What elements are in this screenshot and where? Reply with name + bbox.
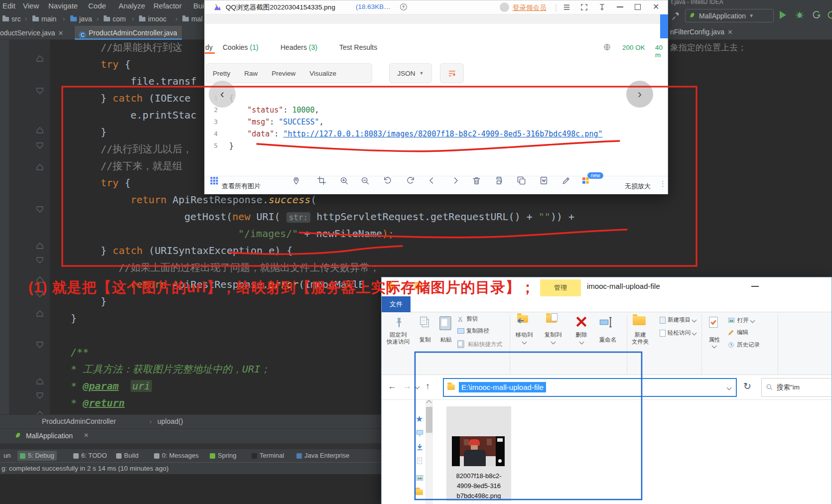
easy-access-button[interactable]: 轻松访问 <box>660 329 696 337</box>
crop-icon[interactable] <box>317 176 327 186</box>
trash-icon[interactable] <box>472 176 482 186</box>
status-code[interactable]: 200 OK <box>622 44 645 51</box>
run-tab-label[interactable]: MallApplication <box>26 432 73 440</box>
apps-grid-icon[interactable] <box>581 176 591 186</box>
view-all-grid-icon[interactable] <box>209 176 219 186</box>
format-select[interactable]: JSON▼ <box>389 63 432 83</box>
toolwindow-button-un[interactable]: un <box>1 451 13 461</box>
pin-to-quickaccess-icon[interactable] <box>393 316 406 331</box>
open-button[interactable]: 打开 <box>727 316 754 324</box>
file-name[interactable]: 82007f18-b8c2- 4909-8ed5-316 b7bdc498c.p… <box>446 471 511 501</box>
refresh-button[interactable]: ↻ <box>743 380 751 392</box>
up-button[interactable]: ↑ <box>425 381 430 391</box>
rotate-left-icon[interactable] <box>383 176 393 186</box>
rename-label[interactable]: 重命名 <box>594 336 622 344</box>
chevron-right-icon[interactable] <box>451 176 461 186</box>
search-box[interactable]: 搜索"im <box>761 378 832 397</box>
printer-icon[interactable] <box>494 176 504 186</box>
copy-to-label[interactable]: 复制到 <box>539 331 567 339</box>
properties-label[interactable]: 属性 <box>702 336 726 344</box>
minimize-button[interactable] <box>617 6 623 7</box>
pin-label[interactable]: 固定到 <box>383 331 414 339</box>
prev-image-button[interactable]: ‹ <box>209 81 236 108</box>
hamburger-menu-icon[interactable] <box>562 3 571 13</box>
ribbon-tab-0[interactable]: 文件 <box>382 296 411 312</box>
avatar[interactable] <box>500 2 509 12</box>
tab-headers[interactable]: Headers (3) <box>280 43 317 51</box>
move-to-label[interactable]: 移动到 <box>510 331 538 339</box>
breadcrumb-class[interactable]: ProductAdminController <box>42 417 116 425</box>
copy-icon[interactable] <box>517 176 527 186</box>
history-button[interactable]: 历史记录 <box>727 341 760 349</box>
paste-shortcut-button[interactable]: 粘贴快捷方式 <box>457 339 502 349</box>
chevron-left-icon[interactable] <box>427 176 437 186</box>
forward-button[interactable]: → <box>403 381 412 391</box>
cut-button[interactable]: 剪切 <box>457 315 478 323</box>
paste-label[interactable]: 粘贴 <box>433 336 458 344</box>
breadcrumb-method[interactable]: upload() <box>157 417 183 425</box>
edit-button[interactable]: 编辑 <box>727 329 748 336</box>
toolwindow-button-build[interactable]: Build <box>114 451 141 461</box>
close-button[interactable]: ✕ <box>653 2 659 11</box>
new-folder-label1[interactable]: 新建 <box>628 331 653 339</box>
move-to-icon[interactable] <box>517 315 528 325</box>
globe-icon[interactable] <box>603 43 611 53</box>
zoom-in-icon[interactable] <box>339 176 349 186</box>
downloads-icon[interactable] <box>416 443 424 453</box>
new-item-button[interactable]: 新建项目 <box>660 316 696 324</box>
copy-to-icon[interactable] <box>546 315 557 325</box>
manage-tab[interactable]: 管理 <box>540 279 581 296</box>
view-mode-preview[interactable]: Preview <box>272 70 295 77</box>
quick-access-star-icon[interactable]: ★ <box>416 414 423 424</box>
toolwindow-button-spring[interactable]: Spring <box>207 451 239 461</box>
view-mode-raw[interactable]: Raw <box>244 70 258 77</box>
tab-body-fragment[interactable]: dy <box>205 43 213 51</box>
file-list-area[interactable]: ★ <box>382 400 832 504</box>
rename-icon[interactable] <box>599 315 613 331</box>
copy-icon[interactable] <box>417 315 431 331</box>
back-button[interactable]: ← <box>388 381 397 391</box>
toolwindow-button-terminal[interactable]: Terminal <box>249 451 286 461</box>
new-folder-icon[interactable] <box>633 316 646 327</box>
documents-icon[interactable] <box>416 457 424 467</box>
chevron-down-icon[interactable] <box>727 385 732 390</box>
login-link[interactable]: 登录领会员 <box>513 3 547 12</box>
tab-test-results[interactable]: Test Results <box>339 43 377 51</box>
view-mode-visualize[interactable]: Visualize <box>309 70 336 77</box>
sidebar-scrollbar[interactable] <box>425 400 433 504</box>
edit-pen-icon[interactable] <box>561 176 571 186</box>
kebab-menu-icon[interactable]: ⋮ <box>659 179 667 188</box>
folder-icon[interactable] <box>416 490 423 495</box>
toolwindow-button-todo[interactable]: 6: TODO <box>71 451 110 461</box>
address-text[interactable]: E:\imooc-mall-upload-file <box>459 382 546 392</box>
new-folder-label2[interactable]: 文件夹 <box>628 338 653 346</box>
view-all-images-label[interactable]: 查看所有图片 <box>222 182 261 191</box>
paste-icon[interactable] <box>439 316 451 330</box>
lossless-zoom-label[interactable]: 无损放大 <box>625 182 651 191</box>
scrollbar-thumb[interactable] <box>426 407 432 433</box>
view-mode-pretty[interactable]: Pretty <box>213 70 230 77</box>
wrap-text-button[interactable] <box>440 63 464 83</box>
maximize-button[interactable] <box>635 4 641 10</box>
pictures-icon[interactable] <box>416 474 424 484</box>
delete-label[interactable]: 删除 <box>569 331 594 339</box>
save-doc-icon[interactable] <box>539 176 549 186</box>
pin-label2[interactable]: 快速访问 <box>383 338 414 346</box>
address-bar[interactable]: E:\imooc-mall-upload-file <box>443 378 737 397</box>
close-icon[interactable]: ✕ <box>84 432 89 439</box>
delete-icon[interactable] <box>574 314 589 331</box>
toolwindow-button-messages[interactable]: 0: Messages <box>151 451 201 461</box>
file-tile[interactable]: 82007f18-b8c2- 4909-8ed5-316 b7bdc498c.p… <box>446 406 511 501</box>
history-chevron-icon[interactable] <box>415 384 420 389</box>
pin-icon[interactable] <box>598 3 606 13</box>
properties-icon[interactable] <box>706 315 720 331</box>
toolwindow-button-javaenterprise[interactable]: Java Enterprise <box>294 451 352 461</box>
desktop-icon[interactable] <box>416 429 424 439</box>
viewer-titlebar[interactable]: QQ浏览器截图20220304154335.png (18.63KB… 登录领会… <box>205 0 668 14</box>
tab-cookies[interactable]: Cookies (1) <box>223 43 259 51</box>
rotate-right-icon[interactable] <box>406 176 416 186</box>
upload-icon[interactable] <box>399 2 408 13</box>
copy-path-button[interactable]: 复制路径 <box>457 327 489 335</box>
zoom-out-icon[interactable] <box>360 176 370 186</box>
response-time[interactable]: 40 m <box>655 44 668 59</box>
